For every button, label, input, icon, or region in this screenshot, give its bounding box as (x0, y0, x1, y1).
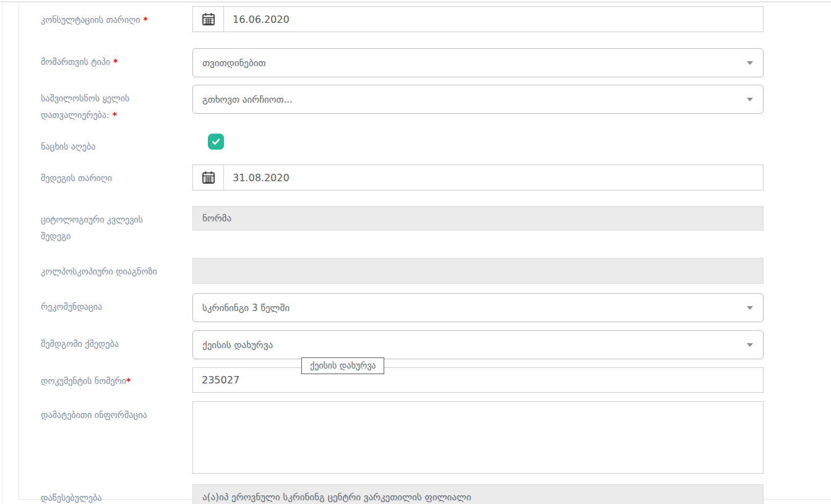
field-label: ციტოლოგიური კვლევის შედეგი (41, 206, 192, 245)
field-label-text: ციტოლოგიური კვლევის შედეგი (41, 215, 143, 241)
tooltip-text: ქეისის დახურვა (310, 361, 376, 370)
field-label: შედეგის თარიღი (41, 164, 192, 187)
date-input-group (192, 6, 764, 32)
form-row-result-date: შედეგის თარიღი (41, 164, 831, 190)
date-input-group (192, 164, 764, 190)
field-label: შემდგომი ქმედება (41, 330, 192, 352)
field-value: ნორმა (202, 213, 231, 224)
required-asterisk: * (143, 15, 147, 25)
field-label: რეკომენდაცია (41, 293, 192, 315)
additional-info-textarea[interactable] (192, 401, 764, 474)
field-label: კონსულტაციის თარიღი* (41, 6, 192, 28)
required-asterisk: * (113, 57, 118, 67)
field-label-text: დოკუმენტის ნომერი (41, 376, 126, 386)
calendar-button[interactable] (193, 7, 224, 32)
form-row-recommendation: რეკომენდაცია სკრინინგი 3 წელში (41, 293, 831, 322)
field-label: საშვილოსნოს ყელის დათვალიერება:* (41, 85, 192, 124)
institution-field: ა(ა)იპ ეროვნული სკრინინგ ცენტრი ვარკეთილ… (192, 484, 764, 504)
form-row-additional-info: დამატებითი ინფორმაცია (41, 401, 831, 476)
field-label: კოლპოსკოპიური დიაგნოზი (41, 258, 192, 280)
field-label-text: კოლპოსკოპიური დიაგნოზი (41, 267, 157, 276)
form-row-consultation-date: კონსულტაციის თარიღი* (41, 6, 831, 32)
recommendation-select[interactable]: სკრინინგი 3 წელში (192, 293, 764, 322)
field-label-text: შედეგის თარიღი (41, 173, 112, 183)
chevron-down-icon (747, 343, 753, 347)
form-row-institution: დაწესებულება ა(ა)იპ ეროვნული სკრინინგ ცე… (41, 484, 831, 504)
form-row-smear-taken: ნაცხის აღება (41, 133, 831, 155)
form-row-cervix-examination: საშვილოსნოს ყელის დათვალიერება:* გთხოვთ … (41, 85, 831, 124)
field-label-text: შემდგომი ქმედება (41, 339, 119, 349)
referral-type-select[interactable]: თვითდინებით (192, 48, 764, 77)
form-row-document-number: დოკუმენტის ნომერი* (41, 367, 831, 393)
consultation-date-input[interactable] (224, 7, 763, 32)
field-label: დოკუმენტის ნომერი* (41, 367, 192, 390)
tooltip: ქეისის დახურვა (301, 357, 384, 374)
calendar-button[interactable] (193, 165, 224, 190)
field-label-text: დაწესებულება (41, 493, 101, 503)
form-panel: კონსულტაციის თარიღი* (19, 2, 831, 500)
next-action-select[interactable]: ქეისის დახურვა (192, 330, 764, 359)
selected-value: თვითდინებით (202, 58, 266, 69)
field-label-text: კონსულტაციის თარიღი (41, 15, 140, 25)
selected-value: გთხოვთ აირჩიოთ... (202, 94, 293, 105)
form-row-next-action: შემდგომი ქმედება ქეისის დახურვა ქეისის დ… (41, 330, 831, 359)
field-label: დამატებითი ინფორმაცია (41, 401, 192, 424)
field-label-text: დამატებითი ინფორმაცია (41, 410, 147, 420)
field-label-text: მომართვის ტიპი (41, 57, 110, 67)
check-icon (210, 136, 222, 147)
chevron-down-icon (747, 61, 753, 65)
calendar-icon (202, 12, 215, 26)
chevron-down-icon (747, 98, 753, 101)
required-asterisk: * (126, 376, 131, 386)
chevron-down-icon (747, 306, 753, 310)
result-date-input[interactable] (224, 165, 763, 190)
field-label: დაწესებულება (41, 484, 192, 504)
field-value: ა(ა)იპ ეროვნული სკრინინგ ცენტრი ვარკეთილ… (202, 492, 471, 503)
selected-value: ქეისის დახურვა (202, 340, 273, 351)
outer-left-border (2, 2, 2, 504)
cytology-result-field: ნორმა (192, 206, 764, 231)
smear-taken-checkbox[interactable] (208, 134, 224, 150)
field-label: ნაცხის აღება (41, 133, 192, 155)
form-row-cytology-result: ციტოლოგიური კვლევის შედეგი ნორმა (41, 206, 831, 245)
required-asterisk: * (113, 110, 117, 120)
selected-value: სკრინინგი 3 წელში (202, 302, 290, 314)
field-label-text: რეკომენდაცია (41, 302, 102, 312)
form-row-colposcopy-diagnosis: კოლპოსკოპიური დიაგნოზი (41, 258, 831, 284)
document-number-input[interactable] (192, 367, 764, 393)
cervix-examination-select[interactable]: გთხოვთ აირჩიოთ... (192, 85, 764, 114)
calendar-icon (202, 171, 215, 184)
colposcopy-diagnosis-field (192, 258, 764, 284)
field-label-text: ნაცხის აღება (41, 142, 95, 152)
field-label: მომართვის ტიპი* (41, 48, 192, 70)
form-row-referral-type: მომართვის ტიპი* თვითდინებით (41, 48, 831, 77)
